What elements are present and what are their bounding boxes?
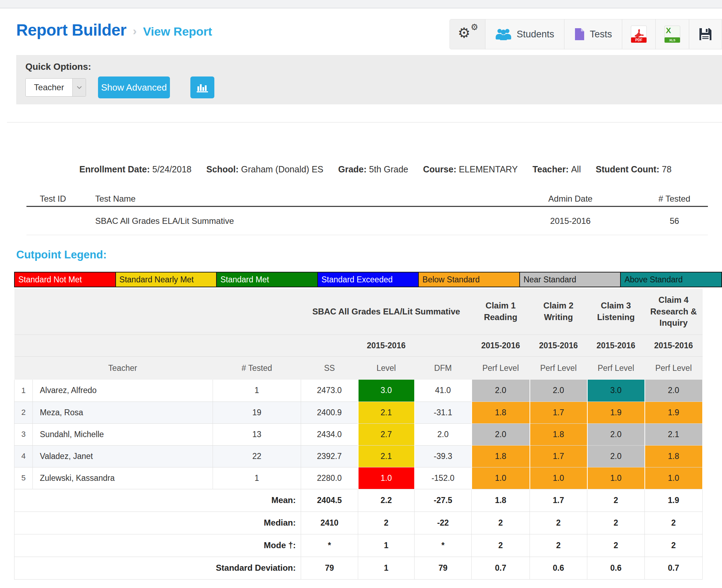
cell-rownum: 4 [14,445,33,467]
chevron-right-icon: › [133,24,136,38]
cutpoint-legend-bar: Standard Not MetStandard Nearly MetStand… [14,272,722,287]
report-type-select[interactable]: Teacher [25,78,86,97]
summary-value: 2 [645,534,703,557]
cell-num-tested: 1 [213,467,301,489]
header-claim-4: Claim 4 Research & Inquiry [645,289,703,335]
cell-rownum: 5 [14,467,33,489]
col-num-tested: # Tested [641,194,708,204]
report-type-selected-value: Teacher [26,79,72,96]
cell-level: 2.1 [358,445,415,467]
summary-value: 1.7 [530,489,587,512]
summary-value: 0.7 [645,557,703,579]
header-year-claim-1: 2015-2016 [472,335,530,356]
summary-value: 79 [415,557,472,579]
summary-value: 0.7 [472,557,530,579]
legend-segment: Below Standard [419,272,520,287]
cell-ss: 2280.0 [301,467,358,489]
header-perf-level-1: Perf Level [472,356,530,380]
tests-label: Tests [590,29,612,40]
header-perf-level-2: Perf Level [530,356,587,380]
cell-claim-4: 1.9 [645,402,703,423]
xls-badge-text: XLS [669,38,675,42]
legend-segment: Above Standard [621,272,721,287]
cell-claim-1: 2.0 [472,380,530,402]
info-enrollment-date: Enrollment Date: 5/24/2018 [79,164,191,174]
chevron-down-icon [72,79,86,96]
cell-teacher: Alvarez, Alfredo [33,380,213,402]
cell-claim-3: 3.0 [587,380,645,402]
summary-value: 2 [587,512,645,534]
results-table: SBAC All Grades ELA/Lit Summative Claim … [14,289,703,580]
header-year-overall: 2015-2016 [301,335,472,356]
tests-button[interactable]: Tests [564,19,622,49]
cell-claim-4: 2.1 [645,423,703,445]
summary-row: Standard Deviation:791790.70.60.60.7 [14,557,703,579]
students-button[interactable]: Students [485,19,564,49]
cell-level: 2.1 [358,402,415,423]
chart-view-button[interactable] [190,76,214,98]
cell-test-name: SBAC All Grades ELA/Lit Summative [79,216,500,226]
col-test-id: Test ID [26,194,79,204]
header-test-title: SBAC All Grades ELA/Lit Summative [301,289,472,335]
header-claim-1: Claim 1 Reading [472,289,530,335]
quick-options-label: Quick Options: [25,61,713,72]
summary-value: 1 [358,557,415,579]
students-label: Students [516,29,554,40]
cell-level: 1.0 [358,467,415,489]
summary-value: 1 [358,534,415,557]
summary-row: Mean:2404.52.2-27.51.81.721.9 [14,489,703,512]
cell-rownum: 3 [14,423,33,445]
cell-teacher: Sundahl, Michelle [33,423,213,445]
save-button[interactable] [689,19,722,49]
summary-value: 1.8 [472,489,530,512]
cell-claim-4: 2.0 [645,380,703,402]
summary-value: -27.5 [415,489,472,512]
summary-value: * [415,534,472,557]
gears-icon: ⚙⚙ [458,25,477,43]
info-course: Course: ELEMENTARY [423,164,518,174]
export-pdf-button[interactable]: PDF [622,19,655,49]
info-school: School: Graham (Donald) ES [206,164,323,174]
header-rownum [14,356,33,380]
show-advanced-button[interactable]: Show Advanced [98,76,170,98]
header-num-tested: # Tested [213,356,301,380]
test-table-row: SBAC All Grades ELA/Lit Summative 2015-2… [26,207,708,235]
settings-button[interactable]: ⚙⚙ [450,19,485,49]
report-info-row: Enrollment Date: 5/24/2018 School: Graha… [0,164,722,174]
cell-claim-2: 1.0 [530,467,587,489]
header-claim-2: Claim 2 Writing [530,289,587,335]
header-year-claim-2: 2015-2016 [530,335,587,356]
summary-value: 2.2 [358,489,415,512]
cell-num-tested: 13 [213,423,301,445]
cell-claim-4: 1.8 [645,445,703,467]
cell-dfm: 2.0 [415,423,472,445]
cell-dfm: -39.3 [415,445,472,467]
cell-claim-2: 1.7 [530,402,587,423]
cell-ss: 2400.9 [301,402,358,423]
cell-num-tested: 22 [213,445,301,467]
summary-value: 2 [587,534,645,557]
summary-row: Median:24102-222222 [14,512,703,534]
summary-value: -22 [415,512,472,534]
summary-value: 2 [530,512,587,534]
header-ss: SS [301,356,358,380]
header-year-claim-3: 2015-2016 [587,335,645,356]
cell-claim-3: 2.0 [587,445,645,467]
header-dfm: DFM [415,356,472,380]
legend-segment: Standard Exceeded [318,272,419,287]
table-row: 4Valadez, Janet222392.72.1-39.31.81.72.0… [14,445,703,467]
table-row: 3Sundahl, Michelle132434.02.72.02.01.82.… [14,423,703,445]
summary-value: 2 [645,512,703,534]
cell-admin-date: 2015-2016 [500,216,641,226]
export-xls-button[interactable]: X XLS [655,19,689,49]
results-header-columns: Teacher # Tested SS Level DFM Perf Level… [14,356,703,380]
test-summary-table: Test ID Test Name Admin Date # Tested SB… [26,191,708,235]
breadcrumb-current: View Report [143,25,212,38]
summary-label: Mode †: [14,534,301,557]
summary-value: 2 [472,512,530,534]
cell-claim-2: 1.7 [530,445,587,467]
cell-num-tested: 1 [213,380,301,402]
quick-options-panel: Quick Options: Teacher Show Advanced [16,55,722,104]
col-admin-date: Admin Date [500,194,641,204]
cell-claim-2: 2.0 [530,380,587,402]
